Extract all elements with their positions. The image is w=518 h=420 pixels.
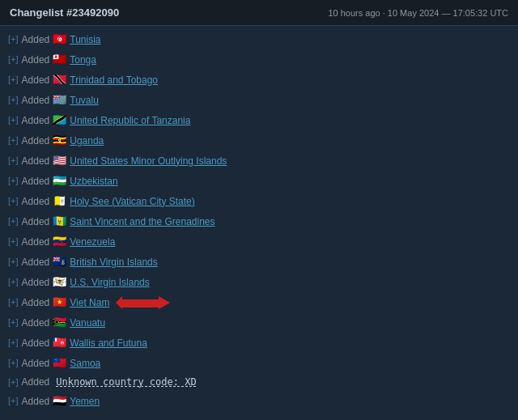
country-link-usvi[interactable]: U.S. Virgin Islands (70, 275, 150, 290)
flag-icon: 🇹🇳 (53, 31, 66, 48)
list-item: [+]Added 🇺🇬Uganda (0, 130, 518, 151)
country-link-vanuatu[interactable]: Vanuatu (70, 316, 105, 330)
added-label: Added (22, 275, 50, 290)
list-item: [+]Added 🇻🇨Saint Vincent and the Grenadi… (0, 211, 518, 231)
list-item: [+]Added 🇻🇪Venezuela (0, 231, 518, 252)
expand-icon[interactable]: [+] (8, 214, 19, 228)
list-item: [+]Added 🇻🇳Viet Nam (0, 292, 518, 312)
country-link-holysee[interactable]: Holy See (Vatican City State) (70, 194, 195, 209)
flag-icon: 🇻🇨 (53, 213, 66, 230)
list-item: [+]Added 🇹🇳Tunisia (0, 29, 518, 49)
country-link-tonga[interactable]: Tonga (70, 53, 96, 67)
added-label: Added (22, 255, 50, 269)
flag-icon: 🇻🇦 (53, 193, 66, 210)
list-item: [+]Added 🇹🇿United Republic of Tanzania (0, 110, 518, 130)
flag-icon: 🇹🇻 (53, 91, 66, 108)
flag-icon: 🇾🇪 (53, 392, 66, 406)
added-label: Added (22, 214, 50, 229)
flag-icon: 🇺🇲 (53, 152, 66, 169)
expand-icon[interactable]: [+] (8, 375, 19, 389)
changelist-time: 10 hours ago · 10 May 2024 — 17:05:32 UT… (328, 8, 508, 18)
country-link-venezuela[interactable]: Venezuela (70, 235, 115, 249)
country-link-tunisia[interactable]: Tunisia (70, 32, 100, 47)
expand-icon[interactable]: [+] (8, 194, 19, 208)
added-label: Added (22, 134, 50, 148)
country-link-wallisfutuna[interactable]: Wallis and Futuna (70, 336, 147, 350)
expand-icon[interactable]: [+] (8, 275, 19, 289)
added-label: Added (22, 235, 50, 249)
expand-icon[interactable]: [+] (8, 295, 19, 309)
list-item: [+]Added 🇺🇲United States Minor Outlying … (0, 151, 518, 171)
flag-icon: 🇻🇳 (53, 294, 66, 311)
list-item: [+]Added 🇼🇫Wallis and Futuna (0, 333, 518, 353)
list-item: [+]Added Unknown country code: XD (0, 373, 518, 391)
country-link-tanzania[interactable]: United Republic of Tanzania (70, 113, 190, 128)
list-item: [+]Added 🇹🇴Tonga (0, 49, 518, 70)
country-link-uganda[interactable]: Uganda (70, 134, 104, 148)
added-label: Added (22, 394, 50, 407)
added-label: Added (22, 295, 50, 310)
country-link-vietnam[interactable]: Viet Nam (70, 295, 109, 310)
expand-icon[interactable]: [+] (8, 356, 19, 370)
country-link-usminor[interactable]: United States Minor Outlying Islands (70, 154, 227, 168)
expand-icon[interactable]: [+] (8, 336, 19, 350)
list-item: [+]Added 🇹🇹Trinidad and Tobago (0, 70, 518, 90)
list-item: [+]Added 🇻🇮U.S. Virgin Islands (0, 272, 518, 292)
flag-icon: 🇻🇪 (53, 233, 66, 250)
expand-icon[interactable]: [+] (8, 113, 19, 127)
expand-icon[interactable]: [+] (8, 154, 19, 168)
expand-icon[interactable]: [+] (8, 73, 19, 87)
country-link-uzbekistan[interactable]: Uzbekistan (70, 174, 117, 189)
added-label: Added (22, 356, 50, 371)
expand-icon[interactable]: [+] (8, 174, 19, 188)
changelist-title: Changelist #23492090 (10, 6, 119, 19)
expand-icon[interactable]: [+] (8, 53, 19, 66)
country-link-trinidad[interactable]: Trinidad and Tobago (70, 73, 158, 87)
flag-icon: 🇹🇿 (53, 112, 66, 129)
flag-icon: 🇻🇺 (53, 314, 66, 331)
country-link-saintvincent[interactable]: Saint Vincent and the Grenadines (70, 214, 214, 229)
entries-list: [+]Added 🇹🇳Tunisia[+]Added 🇹🇴Tonga[+]Add… (0, 26, 518, 406)
expand-icon[interactable]: [+] (8, 134, 19, 147)
expand-icon[interactable]: [+] (8, 235, 19, 248)
list-item: [+]Added 🇻🇬British Virgin Islands (0, 252, 518, 272)
flag-icon: 🇻🇬 (53, 253, 66, 270)
added-label: Added (22, 93, 50, 108)
arrow-indicator (116, 296, 170, 309)
country-link-samoa[interactable]: Samoa (70, 356, 100, 371)
flag-icon: 🇹🇹 (53, 71, 66, 88)
arrow-body (121, 299, 159, 308)
added-label: Added (22, 154, 50, 168)
added-label: Added (22, 316, 50, 330)
added-label: Added (22, 375, 50, 389)
list-item: [+]Added 🇼🇸Samoa (0, 353, 518, 373)
header: Changelist #23492090 10 hours ago · 10 M… (0, 0, 518, 26)
expand-icon[interactable]: [+] (8, 93, 19, 107)
list-item: [+]Added 🇹🇻Tuvalu (0, 90, 518, 110)
list-item: [+]Added 🇻🇦Holy See (Vatican City State) (0, 191, 518, 211)
added-label: Added (22, 32, 50, 47)
expand-icon[interactable]: [+] (8, 394, 19, 406)
flag-icon: 🇹🇴 (53, 51, 66, 68)
added-label: Added (22, 194, 50, 209)
flag-icon: 🇺🇿 (53, 172, 66, 189)
expand-icon[interactable]: [+] (8, 255, 19, 269)
country-link-yemen[interactable]: Yemen (70, 394, 100, 407)
country-link-bvi[interactable]: British Virgin Islands (70, 255, 158, 269)
flag-icon: 🇼🇫 (53, 334, 66, 351)
added-label: Added (22, 113, 50, 128)
unknown-code-label: Unknown country code: XD (56, 375, 196, 389)
app-window: Changelist #23492090 10 hours ago · 10 M… (0, 0, 518, 406)
arrow-head (159, 296, 170, 309)
added-label: Added (22, 53, 50, 67)
expand-icon[interactable]: [+] (8, 316, 19, 329)
flag-icon: 🇼🇸 (53, 354, 66, 371)
country-link-tuvalu[interactable]: Tuvalu (70, 93, 99, 108)
flag-icon: 🇻🇮 (53, 274, 66, 291)
added-label: Added (22, 336, 50, 350)
added-label: Added (22, 174, 50, 189)
list-item: [+]Added 🇺🇿Uzbekistan (0, 171, 518, 191)
added-label: Added (22, 73, 50, 87)
list-item: [+]Added 🇻🇺Vanuatu (0, 312, 518, 333)
expand-icon[interactable]: [+] (8, 32, 19, 46)
